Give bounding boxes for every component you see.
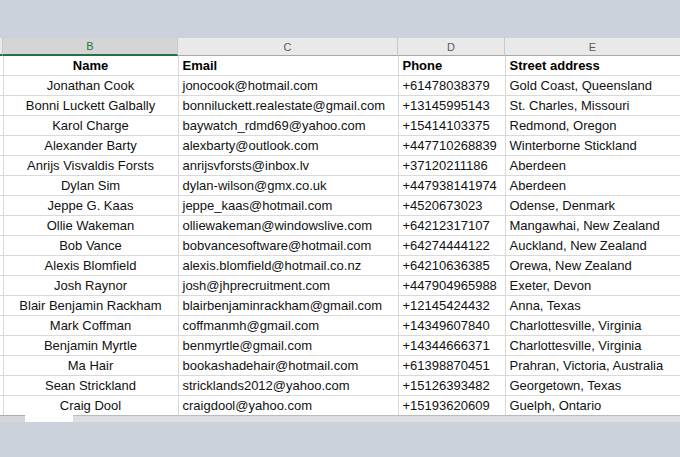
- cell-phone[interactable]: +13145995143: [398, 96, 505, 116]
- cell-street-address[interactable]: Orewa, New Zealand: [505, 256, 680, 276]
- cell-phone[interactable]: +4520673023: [398, 196, 505, 216]
- table-row: Ma Hairbookashadehair@hotmail.com+613988…: [0, 356, 680, 376]
- header-cell-phone[interactable]: Phone: [398, 56, 505, 76]
- cell-name[interactable]: Bob Vance: [3, 236, 178, 256]
- sheet-tab-left[interactable]: [0, 415, 25, 422]
- cell-phone[interactable]: +37120211186: [398, 156, 505, 176]
- sheet-tab-strip: [0, 415, 680, 422]
- header-cell-email[interactable]: Email: [178, 56, 398, 76]
- cell-street-address[interactable]: Winterborne Stickland: [505, 136, 680, 156]
- table-row: Jonathan Cookjonocook@hotmail.com+614780…: [0, 76, 680, 96]
- cell-email[interactable]: baywatch_rdmd69@yahoo.com: [178, 116, 398, 136]
- cell-email[interactable]: blairbenjaminrackham@gmail.com: [178, 296, 398, 316]
- backdrop-bottom: [0, 422, 680, 457]
- cell-street-address[interactable]: Auckland, New Zealand: [505, 236, 680, 256]
- cell-name[interactable]: Bonni Luckett Galbally: [3, 96, 178, 116]
- table-row: Mark Coffmancoffmanmh@gmail.com+14349607…: [0, 316, 680, 336]
- cell-street-address[interactable]: Exeter, Devon: [505, 276, 680, 296]
- cell-phone[interactable]: +14349607840: [398, 316, 505, 336]
- sheet-tab-active[interactable]: [25, 415, 73, 422]
- cell-email[interactable]: jonocook@hotmail.com: [178, 76, 398, 96]
- cell-email[interactable]: coffmanmh@gmail.com: [178, 316, 398, 336]
- cell-phone[interactable]: +15414103375: [398, 116, 505, 136]
- cell-email[interactable]: olliewakeman@windowslive.com: [178, 216, 398, 236]
- cell-street-address[interactable]: Prahran, Victoria, Australia: [505, 356, 680, 376]
- table-header-row: Name Email Phone Street address: [0, 56, 680, 76]
- cell-name[interactable]: Mark Coffman: [3, 316, 178, 336]
- cell-email[interactable]: josh@jhprecruitment.com: [178, 276, 398, 296]
- cell-phone[interactable]: +447904965988: [398, 276, 505, 296]
- table-row: Alexander Bartyalexbarty@outlook.com+447…: [0, 136, 680, 156]
- cell-street-address[interactable]: Mangawhai, New Zealand: [505, 216, 680, 236]
- cell-name[interactable]: Jeppe G. Kaas: [3, 196, 178, 216]
- cell-street-address[interactable]: Aberdeen: [505, 156, 680, 176]
- cell-email[interactable]: anrijsvforsts@inbox.lv: [178, 156, 398, 176]
- spreadsheet-grid: Name Email Phone Street address Jonathan…: [0, 56, 680, 415]
- column-letter: E: [589, 41, 596, 53]
- column-header-e[interactable]: E: [505, 38, 680, 56]
- cell-phone[interactable]: +15193620609: [398, 396, 505, 415]
- cell-phone[interactable]: +12145424432: [398, 296, 505, 316]
- cell-street-address[interactable]: Guelph, Ontario: [505, 396, 680, 415]
- cell-phone[interactable]: +64210636385: [398, 256, 505, 276]
- cell-phone[interactable]: +15126393482: [398, 376, 505, 396]
- cell-name[interactable]: Ma Hair: [3, 356, 178, 376]
- table-row: Jeppe G. Kaasjeppe_kaas@hotmail.com+4520…: [0, 196, 680, 216]
- cell-street-address[interactable]: Anna, Texas: [505, 296, 680, 316]
- cell-email[interactable]: stricklands2012@yahoo.com: [178, 376, 398, 396]
- cell-phone[interactable]: +447710268839: [398, 136, 505, 156]
- column-header-d[interactable]: D: [398, 38, 505, 56]
- table-row: Bob Vancebobvancesoftware@hotmail.com+64…: [0, 236, 680, 256]
- cell-name[interactable]: Anrijs Visvaldis Forsts: [3, 156, 178, 176]
- cell-email[interactable]: benmyrtle@gmail.com: [178, 336, 398, 356]
- cell-street-address[interactable]: Redmond, Oregon: [505, 116, 680, 136]
- cell-phone[interactable]: +61478038379: [398, 76, 505, 96]
- cell-email[interactable]: craigdool@yahoo.com: [178, 396, 398, 415]
- cell-email[interactable]: alexbarty@outlook.com: [178, 136, 398, 156]
- cell-name[interactable]: Karol Charge: [3, 116, 178, 136]
- cell-street-address[interactable]: Gold Coast, Queensland: [505, 76, 680, 96]
- cell-email[interactable]: jeppe_kaas@hotmail.com: [178, 196, 398, 216]
- cell-street-address[interactable]: Odense, Denmark: [505, 196, 680, 216]
- cell-phone[interactable]: +64274444122: [398, 236, 505, 256]
- cell-street-address[interactable]: Charlottesville, Virginia: [505, 316, 680, 336]
- cell-email[interactable]: bookashadehair@hotmail.com: [178, 356, 398, 376]
- backdrop-top: [0, 0, 680, 38]
- cell-name[interactable]: Alexis Blomfield: [3, 256, 178, 276]
- cell-name[interactable]: Josh Raynor: [3, 276, 178, 296]
- cell-email[interactable]: alexis.blomfield@hotmail.co.nz: [178, 256, 398, 276]
- cell-phone[interactable]: +14344666371: [398, 336, 505, 356]
- cell-street-address[interactable]: Charlottesville, Virginia: [505, 336, 680, 356]
- cell-name[interactable]: Alexander Barty: [3, 136, 178, 156]
- cell-phone[interactable]: +64212317107: [398, 216, 505, 236]
- column-letter: D: [447, 41, 455, 53]
- spreadsheet-screen: B C D E Name Email Phone Street address: [0, 0, 680, 457]
- cell-street-address[interactable]: Aberdeen: [505, 176, 680, 196]
- table-row: Bonni Luckett Galballybonniluckett.reale…: [0, 96, 680, 116]
- cell-street-address[interactable]: Georgetown, Texas: [505, 376, 680, 396]
- cell-phone[interactable]: +447938141974: [398, 176, 505, 196]
- table-row: Craig Doolcraigdool@yahoo.com+1519362060…: [0, 396, 680, 415]
- cell-street-address[interactable]: St. Charles, Missouri: [505, 96, 680, 116]
- column-header-b[interactable]: B: [3, 38, 178, 56]
- table-row: Benjamin Myrtlebenmyrtle@gmail.com+14344…: [0, 336, 680, 356]
- cell-phone[interactable]: +61398870451: [398, 356, 505, 376]
- horizontal-scrollbar[interactable]: [73, 415, 680, 422]
- cell-email[interactable]: bobvancesoftware@hotmail.com: [178, 236, 398, 256]
- cell-name[interactable]: Dylan Sim: [3, 176, 178, 196]
- header-cell-street-address[interactable]: Street address: [505, 56, 680, 76]
- cell-name[interactable]: Craig Dool: [3, 396, 178, 415]
- table-row: Alexis Blomfieldalexis.blomfield@hotmail…: [0, 256, 680, 276]
- cell-name[interactable]: Blair Benjamin Rackham: [3, 296, 178, 316]
- header-cell-name[interactable]: Name: [3, 56, 178, 76]
- table-row: Karol Chargebaywatch_rdmd69@yahoo.com+15…: [0, 116, 680, 136]
- contacts-table: Name Email Phone Street address Jonathan…: [0, 56, 680, 415]
- cell-email[interactable]: dylan-wilson@gmx.co.uk: [178, 176, 398, 196]
- cell-email[interactable]: bonniluckett.realestate@gmail.com: [178, 96, 398, 116]
- cell-name[interactable]: Benjamin Myrtle: [3, 336, 178, 356]
- cell-name[interactable]: Ollie Wakeman: [3, 216, 178, 236]
- cell-name[interactable]: Sean Strickland: [3, 376, 178, 396]
- cell-name[interactable]: Jonathan Cook: [3, 76, 178, 96]
- column-header-c[interactable]: C: [178, 38, 398, 56]
- table-row: Anrijs Visvaldis Forstsanrijsvforsts@inb…: [0, 156, 680, 176]
